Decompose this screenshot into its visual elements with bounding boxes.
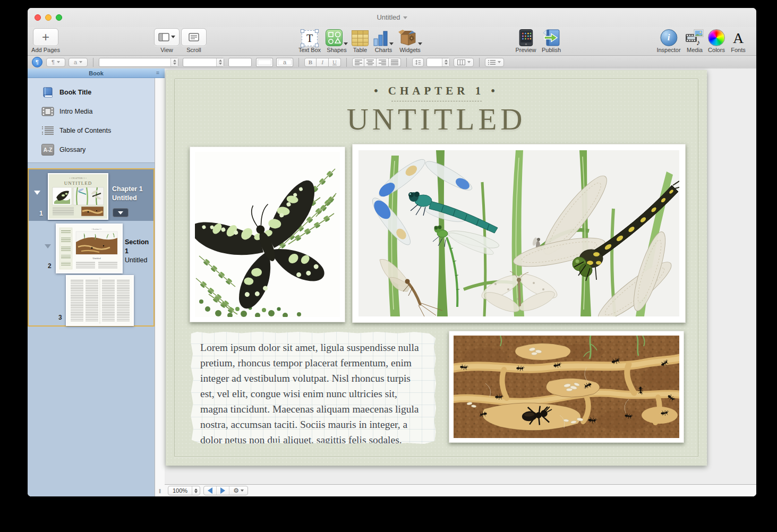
previous-page-button[interactable] — [204, 486, 216, 495]
zoom-control[interactable]: 100% — [168, 486, 200, 495]
alignment-group — [352, 58, 401, 67]
shapes-button[interactable]: Shapes — [326, 28, 348, 53]
book-panel-header: Book = — [28, 68, 165, 78]
widgets-icon — [398, 29, 417, 46]
book-icon — [41, 86, 54, 99]
butterfly-image[interactable] — [190, 147, 345, 322]
sidebar-item-intro-media[interactable]: Intro Media — [28, 102, 155, 121]
svg-text:• Section 1 •: • Section 1 • — [92, 228, 102, 230]
fonts-button[interactable]: A Fonts — [731, 28, 746, 53]
page-number: 3 — [58, 314, 62, 321]
font-typeface-select[interactable] — [183, 58, 224, 67]
paragraph-style-toggle[interactable]: ¶ — [32, 57, 42, 67]
chapter-title[interactable]: UNTITLED — [166, 102, 707, 136]
colors-button[interactable]: Colors — [708, 28, 725, 53]
media-icon: ♪ — [685, 29, 704, 46]
fill-color-well[interactable] — [256, 58, 273, 67]
page3-thumbnail[interactable] — [66, 275, 134, 326]
font-size-select[interactable] — [228, 58, 252, 67]
media-button[interactable]: ♪ Media — [685, 28, 704, 53]
color-wheel-icon — [708, 29, 725, 46]
gear-dropdown-icon — [241, 490, 244, 492]
table-button[interactable]: Table — [352, 28, 369, 53]
list-style-button[interactable] — [485, 58, 504, 67]
page-number: 1 — [39, 210, 43, 217]
svg-text:• CHAPTER 1 •: • CHAPTER 1 • — [70, 177, 87, 179]
bold-button[interactable]: B — [304, 58, 317, 67]
layout-canvas: • CHAPTER 1 • UNTITLED — [165, 68, 756, 496]
widgets-dropdown-icon — [418, 42, 422, 45]
underline-button[interactable]: U — [329, 58, 341, 67]
section-thumbnail[interactable]: • Section 1 • Untitled — [56, 224, 123, 273]
view-button[interactable]: View — [154, 28, 180, 53]
filmstrip-icon — [41, 106, 54, 117]
dragonflies-image[interactable] — [352, 144, 686, 323]
view-dropdown-icon — [171, 36, 175, 38]
line-spacing-value-select[interactable] — [426, 58, 450, 67]
glossary-az-icon: A-Z — [41, 144, 54, 156]
panel-splitter[interactable]: ‖ — [155, 78, 165, 496]
disclosure-triangle-section[interactable] — [45, 244, 51, 248]
gear-icon: ⚙ — [233, 487, 239, 494]
text-color-well[interactable]: a — [276, 58, 293, 67]
chapter-labels: Chapter 1 Untitled — [112, 185, 143, 203]
title-bar: Untitled — [28, 8, 756, 27]
publish-button[interactable]: Publish — [542, 28, 561, 53]
page-row-section1[interactable]: • Section 1 • Untitled — [29, 221, 153, 274]
book-panel: Book = Book Titl — [28, 68, 165, 496]
align-right-button[interactable] — [377, 58, 389, 67]
shapes-dropdown-icon — [344, 42, 348, 45]
page-row-chapter1[interactable]: • CHAPTER 1 • UNTITLED — [29, 169, 153, 221]
preview-button[interactable]: Preview — [515, 28, 536, 53]
disclosure-triangle-chapter[interactable] — [34, 191, 40, 195]
table-icon — [352, 30, 369, 46]
panel-resize-icon[interactable]: = — [156, 71, 161, 75]
scroll-button[interactable]: Scroll — [181, 28, 207, 53]
widgets-button[interactable]: Widgets — [398, 28, 422, 53]
columns-button[interactable] — [454, 58, 474, 67]
zoom-stepper[interactable] — [192, 486, 200, 495]
sidebar-item-book-title[interactable]: Book Title — [28, 83, 155, 102]
back-arrow-icon — [208, 487, 212, 494]
publish-icon — [543, 29, 560, 46]
chapter-group-selection: • CHAPTER 1 • UNTITLED — [28, 168, 155, 327]
align-left-button[interactable] — [352, 58, 364, 67]
italic-button[interactable]: I — [317, 58, 329, 67]
page-thumbnails: • CHAPTER 1 • UNTITLED — [28, 163, 155, 496]
character-style-dropdown[interactable]: a — [69, 58, 88, 67]
charts-button[interactable]: Charts — [373, 28, 394, 53]
paragraph-style-dropdown[interactable]: ¶ — [46, 58, 65, 67]
body-text-box[interactable]: Lorem ipsum dolor sit amet, ligula suspe… — [190, 331, 437, 444]
window-title[interactable]: Untitled — [28, 13, 756, 21]
title-chevron-icon — [403, 16, 407, 19]
inspector-button[interactable]: i Inspector — [656, 28, 680, 53]
book-page[interactable]: • CHAPTER 1 • UNTITLED — [166, 70, 707, 466]
ant-colony-image[interactable] — [449, 331, 684, 443]
charts-icon — [373, 30, 388, 46]
sidebar-item-table-of-contents[interactable]: Table of Contents — [28, 121, 155, 140]
sidebar-item-glossary[interactable]: A-Z Glossary — [28, 140, 155, 159]
toc-list-icon — [41, 126, 54, 135]
inspector-icon: i — [660, 29, 677, 46]
font-family-select[interactable] — [99, 58, 178, 67]
chapter-thumbnail[interactable]: • CHAPTER 1 • UNTITLED — [48, 173, 108, 220]
align-justify-button[interactable] — [389, 58, 401, 67]
text-box-button[interactable]: T Text Box — [298, 28, 321, 53]
text-style-group: B I U — [304, 58, 341, 67]
chapter-options-button[interactable] — [113, 208, 129, 217]
chapter-kicker[interactable]: • CHAPTER 1 • — [166, 84, 707, 98]
forward-arrow-icon — [220, 487, 225, 494]
add-pages-button[interactable]: + Add Pages — [31, 28, 60, 53]
zoom-value: 100% — [168, 487, 192, 494]
next-page-button[interactable] — [216, 486, 229, 495]
body-text: Lorem ipsum dolor sit amet, ligula suspe… — [190, 331, 437, 448]
splitter-handle-icon[interactable]: ‖ — [155, 488, 165, 494]
section-labels: Section 1 Untitled — [125, 238, 153, 265]
action-menu-button[interactable]: ⚙ — [229, 486, 247, 495]
align-center-button[interactable] — [364, 58, 377, 67]
page-number: 2 — [48, 262, 52, 270]
preview-icon — [519, 29, 533, 46]
page-row-3[interactable]: 3 — [29, 274, 153, 325]
view-icon — [158, 33, 170, 41]
line-spacing-button[interactable] — [412, 58, 424, 67]
